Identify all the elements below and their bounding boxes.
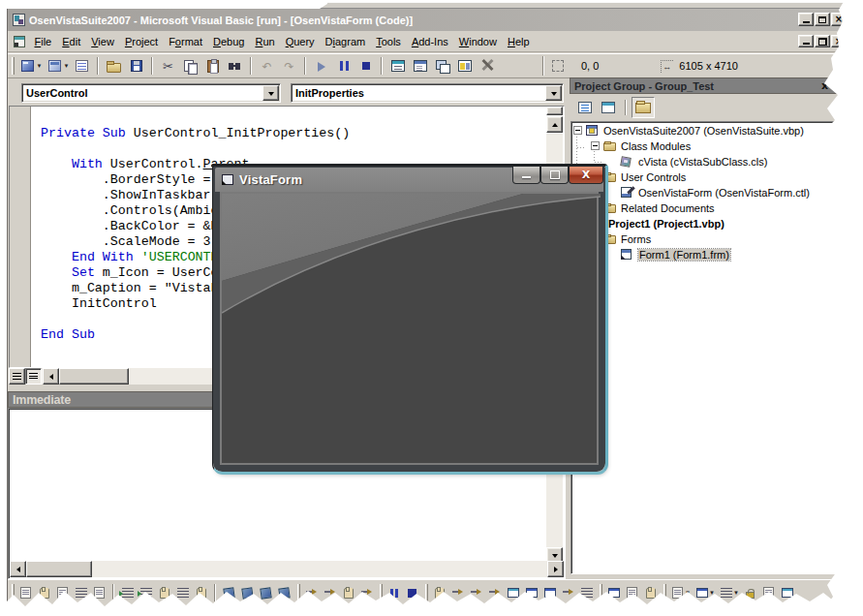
tree-item-label[interactable]: OsenVistaSuite2007 (OsenVistaSuite.vbp) [603, 125, 804, 137]
object-browser-button[interactable] [453, 56, 476, 77]
tree-item-label[interactable]: Class Modules [621, 140, 691, 152]
menu-edit[interactable]: Edit [57, 36, 86, 47]
toolbox-icon [480, 59, 494, 73]
menu-addins[interactable]: Add-Ins [406, 36, 453, 47]
project-panel-header[interactable]: Project Group - Group_Test x [570, 77, 841, 94]
toolbox-button[interactable] [476, 56, 498, 77]
tree-item-class[interactable]: Class Modules [571, 139, 838, 154]
tree-item-project1[interactable]: Project1 (Project1.vbp) [571, 216, 838, 231]
maximize-button[interactable] [815, 13, 830, 26]
cut-button[interactable] [157, 56, 179, 77]
start-button[interactable] [310, 56, 332, 77]
tree-item-osenvistasuite2007[interactable]: OsenVistaSuite2007 (OsenVistaSuite.vbp) [571, 123, 838, 139]
tree-collapse-icon[interactable] [573, 126, 582, 135]
menu-format[interactable]: Format [164, 36, 208, 47]
menu-view[interactable]: View [86, 36, 120, 47]
project-tree-rows: OsenVistaSuite2007 (OsenVistaSuite.vbp)C… [571, 123, 838, 573]
menu-tools[interactable]: Tools [371, 36, 407, 47]
lines-icon [76, 588, 87, 598]
view-object-button[interactable] [597, 97, 620, 118]
procedure-combo[interactable]: InitProperties [291, 83, 564, 103]
menu-diagram[interactable]: Diagram [320, 36, 371, 47]
objbr-icon [458, 60, 472, 72]
immediate-horizontal-scrollbar[interactable] [10, 561, 564, 577]
tree-item-osenvistaform[interactable]: OsenVistaForm (OsenVistaForm.ctl) [571, 185, 838, 200]
menu-query[interactable]: Query [280, 36, 320, 47]
minimize-button[interactable] [798, 13, 814, 26]
tree-item-form1[interactable]: Form1 (Form1.frm) [571, 247, 838, 262]
find-button[interactable] [224, 56, 246, 77]
tree-item-label[interactable]: OsenVistaForm (OsenVistaForm.ctl) [638, 187, 810, 199]
menu-debug[interactable]: Debug [207, 36, 249, 47]
tree-item-label[interactable]: Project1 (Project1.vbp) [608, 218, 724, 230]
bottom-tool-doc[interactable] [16, 585, 35, 601]
menu-window[interactable]: Window [453, 36, 502, 47]
mdi-minimize-button[interactable] [798, 35, 814, 47]
object-combo-value: UserControl [26, 87, 262, 99]
toolbar-grip[interactable] [12, 57, 15, 75]
properties-window-button[interactable] [409, 56, 431, 77]
procedure-combo-dropdown-icon[interactable] [545, 85, 562, 101]
view-code-icon [578, 102, 592, 113]
tree-item-label[interactable]: Related Documents [621, 202, 715, 214]
tree-item-label[interactable]: Form1 (Form1.frm) [638, 249, 730, 261]
object-combo-dropdown-icon[interactable] [262, 85, 279, 101]
vistaform-minimize-button[interactable] [512, 167, 540, 184]
step-icon [452, 588, 463, 599]
toggle-folders-button[interactable] [632, 97, 655, 118]
copy-button[interactable] [179, 56, 201, 77]
save-project-button[interactable] [125, 56, 147, 77]
tree-collapse-icon[interactable] [591, 141, 600, 150]
tree-item-related[interactable]: Related Documents [571, 200, 838, 216]
view-code-button[interactable] [573, 97, 597, 118]
immediate-scroll-left-button[interactable] [10, 561, 26, 577]
menu-run[interactable]: Run [250, 36, 280, 47]
vistaform-close-button[interactable]: X [569, 167, 603, 184]
undo-icon [261, 59, 273, 73]
object-combo[interactable]: UserControl [21, 83, 281, 103]
form-layout-button[interactable] [431, 56, 453, 77]
menu-project[interactable]: Project [119, 36, 163, 47]
tree-item-label[interactable]: User Controls [621, 171, 686, 183]
procedure-view-button[interactable] [9, 368, 25, 385]
mdi-restore-button[interactable] [815, 35, 830, 47]
scroll-left-button[interactable] [43, 368, 59, 385]
toolbar-separator [250, 57, 252, 75]
project-tree: OsenVistaSuite2007 (OsenVistaSuite.vbp)C… [570, 121, 839, 574]
vistaform-maximize-button[interactable] [540, 167, 569, 184]
full-module-view-button[interactable] [25, 368, 42, 385]
tree-item-label[interactable]: Forms [621, 233, 651, 245]
doc-icon [94, 587, 105, 599]
scroll-up-button[interactable] [546, 116, 563, 133]
immediate-title: Immediate [13, 393, 71, 407]
open-icon [107, 63, 121, 73]
tree-item-label[interactable]: cVista (cVistaSubClass.cls) [638, 156, 767, 168]
props-icon [414, 60, 427, 72]
mdi-minimize-icon [803, 43, 810, 45]
hscroll-thumb[interactable] [59, 368, 129, 385]
tree-item-cvista[interactable]: cVista (cVistaSubClass.cls) [571, 154, 838, 169]
immediate-scroll-right-button[interactable] [547, 561, 564, 577]
end-button[interactable] [354, 56, 377, 77]
open-project-button[interactable] [103, 56, 125, 77]
screenshot-page: OsenVistaSuite2007 - Microsoft Visual Ba… [0, 0, 863, 616]
immediate-hscroll-thumb[interactable] [26, 561, 92, 577]
paste-button[interactable] [201, 56, 224, 77]
tree-item-user[interactable]: User Controls [571, 169, 838, 185]
add-form-button[interactable] [44, 56, 65, 77]
menu-file[interactable]: File [29, 36, 57, 47]
menu-editor-button[interactable] [71, 56, 93, 77]
tree-item-forms[interactable]: Forms [571, 231, 838, 247]
split-handle[interactable] [546, 107, 563, 115]
toggle-folders-icon [635, 103, 651, 113]
bottom-grip[interactable] [425, 584, 428, 601]
project-explorer-button[interactable] [386, 56, 409, 77]
winexp-icon [391, 60, 405, 72]
redo-button[interactable] [278, 56, 300, 77]
add-project-button[interactable] [16, 56, 38, 77]
menu-bar: FileEditViewProjectFormatDebugRunQueryDi… [8, 31, 841, 52]
break-button[interactable] [332, 56, 354, 77]
undo-button[interactable] [256, 56, 278, 77]
vistaform-icon [222, 174, 233, 185]
menu-help[interactable]: Help [502, 36, 535, 47]
